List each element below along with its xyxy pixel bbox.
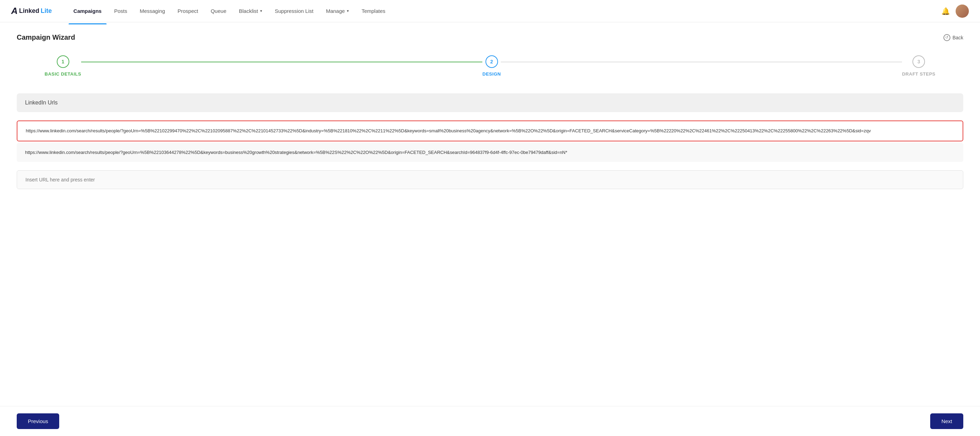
avatar-image bbox=[956, 5, 969, 18]
nav-blacklist[interactable]: Blacklist ▾ bbox=[234, 5, 267, 17]
url-item-1[interactable]: https://www.linkedin.com/search/results/… bbox=[17, 121, 963, 142]
page-title: Campaign Wizard bbox=[17, 33, 75, 41]
step-1-label: BASIC DETAILS bbox=[45, 72, 81, 76]
nav-buttons: Previous Next bbox=[0, 406, 980, 436]
next-button[interactable]: Next bbox=[930, 414, 963, 429]
url-input[interactable] bbox=[17, 170, 963, 189]
nav-templates[interactable]: Templates bbox=[356, 5, 390, 17]
step-2: 2 DESIGN bbox=[482, 56, 501, 76]
connector-2-3 bbox=[501, 62, 902, 62]
step-1: 1 BASIC DETAILS bbox=[45, 56, 81, 76]
navbar: ALinkedLite Campaigns Posts Messaging Pr… bbox=[0, 0, 980, 22]
step-2-label: DESIGN bbox=[482, 72, 501, 76]
page-content: Campaign Wizard ↺ Back 1 BASIC DETAILS 2… bbox=[0, 22, 980, 200]
url-item-2[interactable]: https://www.linkedin.com/search/results/… bbox=[17, 143, 963, 162]
nav-queue[interactable]: Queue bbox=[206, 5, 231, 17]
nav-links: Campaigns Posts Messaging Prospect Queue… bbox=[68, 5, 941, 17]
step-3-label: DRAFT STEPS bbox=[902, 72, 935, 76]
section-header: LinkedIn Urls bbox=[17, 93, 963, 112]
nav-suppression[interactable]: Suppression List bbox=[270, 5, 318, 17]
step-3: 3 DRAFT STEPS bbox=[902, 56, 935, 76]
url-list: https://www.linkedin.com/search/results/… bbox=[17, 121, 963, 162]
logo[interactable]: ALinkedLite bbox=[11, 6, 52, 16]
nav-messaging[interactable]: Messaging bbox=[135, 5, 170, 17]
step-2-circle: 2 bbox=[485, 56, 498, 68]
nav-prospect[interactable]: Prospect bbox=[173, 5, 203, 17]
nav-campaigns[interactable]: Campaigns bbox=[68, 5, 107, 17]
bell-icon[interactable]: 🔔 bbox=[941, 7, 950, 15]
manage-dropdown-icon: ▾ bbox=[347, 9, 349, 13]
page-header: Campaign Wizard ↺ Back bbox=[17, 33, 963, 41]
step-3-circle: 3 bbox=[912, 56, 925, 68]
nav-right: 🔔 bbox=[941, 5, 969, 18]
wizard-steps: 1 BASIC DETAILS 2 DESIGN 3 DRAFT STEPS bbox=[17, 56, 963, 76]
previous-button[interactable]: Previous bbox=[17, 414, 59, 429]
avatar[interactable] bbox=[956, 5, 969, 18]
nav-manage[interactable]: Manage ▾ bbox=[321, 5, 354, 17]
step-1-circle: 1 bbox=[57, 56, 69, 68]
connector-1-2 bbox=[81, 62, 482, 62]
back-button[interactable]: ↺ Back bbox=[943, 34, 963, 41]
nav-posts[interactable]: Posts bbox=[109, 5, 132, 17]
blacklist-dropdown-icon: ▾ bbox=[260, 9, 262, 13]
back-circle-icon: ↺ bbox=[943, 34, 950, 41]
